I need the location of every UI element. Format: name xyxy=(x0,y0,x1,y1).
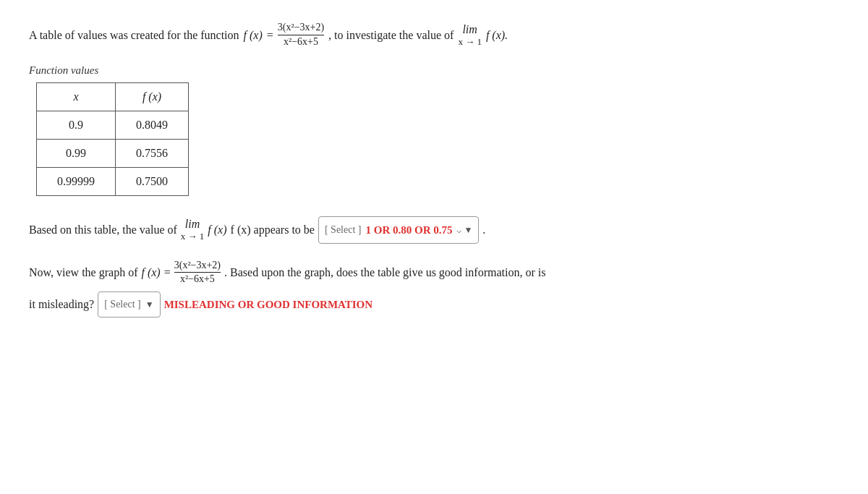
function-name-intro: f (x) xyxy=(244,26,263,45)
lim-sub-intro: x → 1 xyxy=(458,36,482,48)
now-view-section: Now, view the graph of f (x) = 3(x²−3x+2… xyxy=(29,260,839,286)
based-on-section: Based on this table, the value of lim x … xyxy=(29,216,839,244)
select-bracket-label: [ Select ] xyxy=(325,220,362,240)
based-on-text-before: Based on this table, the value of xyxy=(29,218,177,242)
limit-block-intro: lim x → 1 xyxy=(458,22,482,48)
now-view-equals: = xyxy=(164,261,171,284)
based-on-text-middle: f (x) appears to be xyxy=(231,218,315,242)
lim-sub-based: x → 1 xyxy=(181,231,205,242)
intro-function-end: f (x). xyxy=(486,26,508,45)
cell-x-2: 0.99 xyxy=(37,139,116,167)
fraction-denominator: x²−6x+5 xyxy=(284,35,318,48)
now-view-text-after: . Based upon the graph, does the table g… xyxy=(224,261,545,284)
now-view-denominator: x²−6x+5 xyxy=(180,273,215,286)
limit-block-based: lim x → 1 xyxy=(181,217,205,242)
misleading-options-text: MISLEADING OR GOOD INFORMATION xyxy=(164,294,373,315)
table-row: 0.9 0.8049 xyxy=(37,111,189,139)
select-options-text: 1 OR 0.80 OR 0.75 xyxy=(365,219,452,241)
table-label: Function values xyxy=(29,64,839,77)
intro-text-before: A table of values was created for the fu… xyxy=(29,26,239,45)
chevron-down-icon: ⌵ ▼ xyxy=(456,221,472,239)
based-on-text-end: . xyxy=(482,218,485,242)
table-row: 0.99999 0.7500 xyxy=(37,167,189,195)
equals-sign: = xyxy=(267,26,273,45)
now-view-function-name: f (x) xyxy=(141,261,160,284)
table-header-row: x f (x) xyxy=(37,82,189,111)
lim-word-based: lim xyxy=(185,217,200,231)
cell-x-3: 0.99999 xyxy=(37,167,116,195)
col-header-fx: f (x) xyxy=(116,82,189,111)
col-header-x: x xyxy=(37,82,116,111)
chevron-down-icon-misleading: ▼ xyxy=(145,296,154,313)
cell-fx-1: 0.8049 xyxy=(116,111,189,139)
lim-word-intro: lim xyxy=(462,22,477,36)
cell-x-1: 0.9 xyxy=(37,111,116,139)
now-view-numerator: 3(x²−3x+2) xyxy=(174,260,221,273)
intro-section: A table of values was created for the fu… xyxy=(29,22,839,48)
misleading-section: it misleading? [ Select ] ▼ MISLEADING O… xyxy=(29,291,839,318)
misleading-dropdown[interactable]: [ Select ] ▼ xyxy=(98,291,160,318)
intro-text-middle: , to investigate the value of xyxy=(328,26,454,45)
based-on-function: f (x) xyxy=(208,218,226,242)
now-view-fraction: 3(x²−3x+2) x²−6x+5 xyxy=(174,260,221,286)
misleading-select-label: [ Select ] xyxy=(104,294,141,315)
fraction-numerator: 3(x²−3x+2) xyxy=(278,22,324,35)
limit-value-dropdown[interactable]: [ Select ] 1 OR 0.80 OR 0.75 ⌵ ▼ xyxy=(318,216,479,244)
now-view-text-before: Now, view the graph of xyxy=(29,261,137,284)
misleading-text-before: it misleading? xyxy=(29,293,94,316)
main-fraction: 3(x²−3x+2) x²−6x+5 xyxy=(278,22,324,48)
table-row: 0.99 0.7556 xyxy=(37,139,189,167)
cell-fx-3: 0.7500 xyxy=(116,167,189,195)
values-table: x f (x) 0.9 0.8049 0.99 0.7556 0.99999 0… xyxy=(36,82,189,196)
cell-fx-2: 0.7556 xyxy=(116,139,189,167)
